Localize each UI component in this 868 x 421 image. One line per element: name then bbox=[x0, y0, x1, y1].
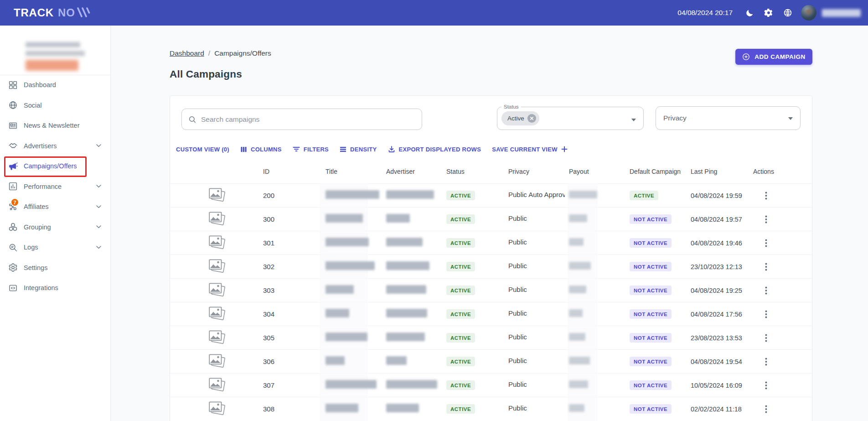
sidebar-item-label: Settings bbox=[24, 264, 47, 271]
sidebar-item-news-newsletter[interactable]: News & Newsletter bbox=[0, 115, 110, 136]
sidebar-item-integrations[interactable]: Integrations bbox=[0, 278, 110, 298]
row-actions-button[interactable] bbox=[763, 237, 769, 249]
toolbar-custom-view-0-button[interactable]: CUSTOM VIEW (0) bbox=[175, 144, 230, 155]
add-campaign-button[interactable]: ADD CAMPAIGN bbox=[735, 49, 812, 65]
status-badge: ACTIVE bbox=[446, 286, 475, 295]
columns-icon bbox=[240, 146, 247, 153]
brand-no: NO bbox=[58, 6, 75, 19]
campaign-title-redacted bbox=[326, 309, 386, 319]
grouping-icon bbox=[8, 222, 18, 232]
dark-mode-toggle[interactable] bbox=[740, 3, 759, 22]
filters-icon bbox=[293, 146, 300, 152]
column-header-advertiser: Advertiser bbox=[386, 168, 446, 175]
toolbar-button-label: DENSITY bbox=[350, 146, 377, 153]
sidebar-menu: DashboardSocialNews & NewsletterAdvertis… bbox=[0, 75, 110, 298]
default-campaign-badge: NOT ACTIVE bbox=[630, 357, 672, 366]
toolbar-button-label: CUSTOM VIEW (0) bbox=[176, 146, 229, 153]
column-header-title: Title bbox=[326, 168, 386, 175]
sidebar-item-label: Dashboard bbox=[24, 81, 56, 88]
search-input[interactable] bbox=[201, 115, 415, 124]
row-actions-button[interactable] bbox=[763, 285, 769, 296]
campaign-advertiser-redacted bbox=[386, 238, 446, 248]
breadcrumb: Dashboard/Campaigns/Offers bbox=[170, 49, 271, 57]
org-logo-line-2 bbox=[26, 51, 85, 56]
table-header-row: IDTitleAdvertiserStatusPrivacyPayoutDefa… bbox=[170, 160, 812, 183]
plus-icon bbox=[561, 146, 568, 152]
sidebar-item-grouping[interactable]: Grouping bbox=[0, 217, 110, 238]
row-actions-button[interactable] bbox=[763, 379, 769, 391]
default-campaign-badge: NOT ACTIVE bbox=[630, 262, 672, 271]
default-campaign-badge: NOT ACTIVE bbox=[630, 380, 672, 390]
status-badge: ACTIVE bbox=[446, 214, 475, 224]
column-header-payout: Payout bbox=[569, 168, 630, 175]
row-actions-button[interactable] bbox=[763, 403, 769, 415]
campaign-title-redacted bbox=[326, 190, 386, 201]
campaign-id: 303 bbox=[263, 286, 326, 294]
toolbar-columns-button[interactable]: COLUMNS bbox=[239, 144, 283, 155]
table-row[interactable]: 308ACTIVEPublicNOT ACTIVE02/02/2024 11:1… bbox=[170, 397, 812, 421]
campaign-advertiser-redacted bbox=[386, 404, 446, 414]
user-avatar[interactable] bbox=[801, 5, 816, 21]
sidebar-item-performance[interactable]: Performance bbox=[0, 177, 110, 197]
sidebar-item-settings[interactable]: Settings bbox=[0, 258, 110, 278]
row-actions-button[interactable] bbox=[763, 213, 769, 225]
chevron-down-icon bbox=[96, 246, 101, 249]
dashboard-icon bbox=[8, 80, 18, 90]
sidebar-item-advertisers[interactable]: Advertisers bbox=[0, 136, 110, 156]
row-actions-button[interactable] bbox=[763, 356, 769, 368]
row-actions-button[interactable] bbox=[763, 332, 769, 344]
sidebar-item-label: Integrations bbox=[24, 284, 58, 291]
image-placeholder-icon bbox=[207, 305, 226, 324]
image-placeholder-icon bbox=[207, 328, 226, 348]
column-header-id: ID bbox=[263, 168, 326, 175]
column-header-last-ping: Last Ping bbox=[691, 168, 753, 175]
campaign-privacy: Public bbox=[508, 309, 569, 319]
table-row[interactable]: 303ACTIVEPublicNOT ACTIVE04/08/2024 19:2… bbox=[170, 278, 812, 302]
sidebar-item-label: Logs bbox=[24, 244, 38, 251]
toolbar-button-label: FILTERS bbox=[304, 146, 329, 153]
export-icon bbox=[388, 146, 395, 153]
toolbar-filters-button[interactable]: FILTERS bbox=[292, 144, 330, 155]
breadcrumb-dashboard-link[interactable]: Dashboard bbox=[170, 49, 204, 57]
sidebar-item-logs[interactable]: Logs bbox=[0, 237, 110, 258]
row-actions-button[interactable] bbox=[763, 261, 769, 273]
status-chip-active[interactable]: Active bbox=[501, 111, 539, 125]
row-actions-button[interactable] bbox=[763, 308, 769, 320]
chip-remove-button[interactable] bbox=[527, 114, 536, 123]
toolbar-button-label: SAVE CURRENT VIEW bbox=[492, 146, 558, 153]
campaign-last-ping: 23/10/2023 12:13 bbox=[691, 263, 753, 270]
kebab-menu-icon bbox=[765, 215, 767, 223]
campaign-title-redacted bbox=[326, 214, 386, 224]
campaign-title-redacted bbox=[326, 380, 386, 390]
campaign-payout-redacted bbox=[569, 309, 630, 319]
table-row[interactable]: 304ACTIVEPublicNOT ACTIVE04/08/2024 17:5… bbox=[170, 302, 812, 326]
status-badge: ACTIVE bbox=[446, 238, 475, 248]
topbar-right: 04/08/2024 20:17 bbox=[677, 3, 861, 22]
sidebar-item-campaigns-offers[interactable]: Campaigns/Offers bbox=[0, 156, 110, 177]
table-row[interactable]: 301ACTIVEPublicNOT ACTIVE04/08/2024 19:4… bbox=[170, 231, 812, 255]
table-row[interactable]: 302ACTIVEPublicNOT ACTIVE23/10/2023 12:1… bbox=[170, 255, 812, 278]
table-row[interactable]: 300ACTIVEPublicNOT ACTIVE04/08/2024 19:5… bbox=[170, 207, 812, 231]
campaign-privacy: Public bbox=[508, 333, 569, 343]
status-badge: ACTIVE bbox=[446, 262, 475, 271]
table-row[interactable]: 305ACTIVEPublicNOT ACTIVE23/08/2023 13:5… bbox=[170, 326, 812, 349]
table-row[interactable]: 307ACTIVEPublicNOT ACTIVE10/05/2024 16:0… bbox=[170, 373, 812, 397]
performance-icon bbox=[8, 182, 18, 191]
row-actions-button[interactable] bbox=[763, 190, 769, 202]
table-row[interactable]: 306ACTIVEPublicNOT ACTIVE04/08/2024 19:5… bbox=[170, 349, 812, 373]
privacy-select[interactable]: Privacy bbox=[656, 106, 801, 130]
toolbar-save-current-view-button[interactable]: SAVE CURRENT VIEW bbox=[491, 144, 568, 155]
sidebar-item-social[interactable]: Social bbox=[0, 95, 110, 116]
settings-button[interactable] bbox=[759, 3, 778, 22]
language-button[interactable] bbox=[778, 3, 797, 22]
status-select[interactable]: Status Active bbox=[497, 104, 644, 130]
sidebar-item-label: Social bbox=[24, 102, 42, 109]
table-row[interactable]: 200ACTIVEPublic Auto ApproveACTIVE04/08/… bbox=[170, 183, 812, 207]
toolbar-density-button[interactable]: DENSITY bbox=[339, 144, 377, 155]
advertisers-icon bbox=[8, 141, 18, 151]
campaign-privacy: Public bbox=[508, 262, 569, 271]
sidebar-item-dashboard[interactable]: Dashboard bbox=[0, 75, 110, 95]
campaign-advertiser-redacted bbox=[386, 380, 446, 390]
sidebar-item-affiliates[interactable]: Affiliates7 bbox=[0, 197, 110, 217]
toolbar-export-displayed-rows-button[interactable]: EXPORT DISPLAYED ROWS bbox=[387, 143, 482, 155]
